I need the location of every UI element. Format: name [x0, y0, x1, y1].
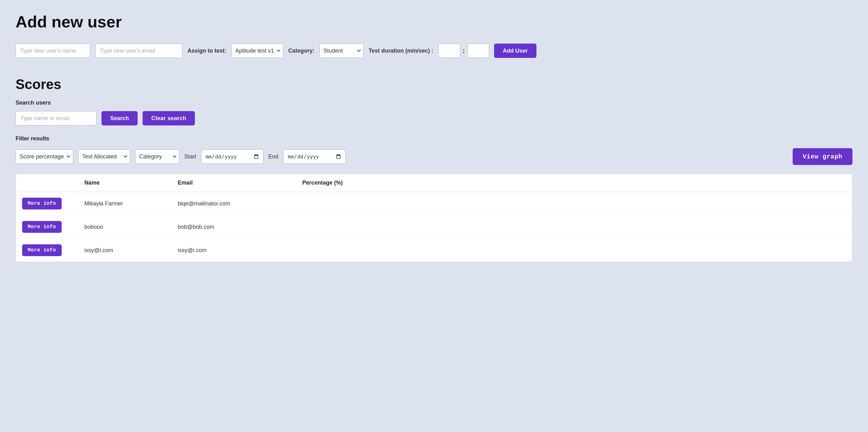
colon-separator: :: [463, 47, 465, 55]
user-name: issy@i.com: [78, 239, 172, 262]
category-label: Category:: [288, 48, 314, 54]
user-name: Mikayla Farmer: [78, 192, 172, 215]
user-percentage: [296, 192, 852, 215]
user-percentage: [296, 239, 852, 262]
scores-table: Name Email Percentage (%) More infoMikay…: [16, 174, 852, 262]
col-header-name: Name: [78, 174, 172, 192]
scores-title: Scores: [16, 76, 852, 92]
more-info-button[interactable]: More info: [22, 244, 62, 256]
score-filter-select[interactable]: Score percentage Total score: [16, 149, 73, 164]
assign-test-select[interactable]: Aptitude test v1 Aptitude test v2: [231, 43, 283, 58]
search-button[interactable]: Search: [101, 111, 137, 125]
table-header-row: Name Email Percentage (%): [16, 174, 852, 192]
end-label: End: [268, 153, 278, 160]
filter-results-label: Filter results: [16, 135, 852, 142]
more-info-button[interactable]: More info: [22, 198, 62, 210]
table-row: More infoissy@i.comissy@i.com: [16, 239, 852, 262]
col-header-percentage: Percentage (%): [296, 174, 852, 192]
start-date-input[interactable]: [201, 149, 264, 164]
table-row: More infobobooobob@bob.com: [16, 215, 852, 239]
search-users-label: Search users: [16, 100, 852, 106]
email-input[interactable]: [95, 43, 182, 58]
page-title: Add new user: [16, 12, 852, 31]
table-body: More infoMikayla Farmerbiqe@mailinator.c…: [16, 192, 852, 262]
category-select[interactable]: Student Professional Other: [319, 43, 364, 58]
duration-sec-input[interactable]: 00: [467, 43, 489, 58]
assign-label: Assign to test:: [187, 48, 226, 54]
user-email: bob@bob.com: [172, 215, 296, 239]
username-input[interactable]: [16, 43, 90, 58]
col-header-actions: [16, 174, 78, 192]
more-info-button[interactable]: More info: [22, 221, 62, 233]
scores-table-container: Name Email Percentage (%) More infoMikay…: [16, 174, 852, 262]
search-input[interactable]: [16, 111, 96, 125]
add-user-form: Assign to test: Aptitude test v1 Aptitud…: [16, 43, 852, 58]
user-email: biqe@mailinator.com: [172, 192, 296, 215]
end-date-input[interactable]: [283, 149, 346, 164]
view-graph-button[interactable]: View graph: [793, 148, 852, 165]
add-user-button[interactable]: Add User: [494, 43, 536, 58]
duration-group: 30 : 00: [438, 43, 489, 58]
clear-search-button[interactable]: Clear search: [143, 111, 195, 125]
filter-row: Score percentage Total score Test Alloca…: [16, 148, 852, 165]
category-filter-select[interactable]: Category Student Professional: [135, 149, 179, 164]
test-allocated-select[interactable]: Test Allocated Aptitude test v1: [78, 149, 130, 164]
start-label: Start: [184, 153, 196, 160]
duration-min-input[interactable]: 30: [438, 43, 460, 58]
search-row: Search Clear search: [16, 111, 852, 125]
table-row: More infoMikayla Farmerbiqe@mailinator.c…: [16, 192, 852, 215]
user-email: issy@i.com: [172, 239, 296, 262]
user-name: bobooo: [78, 215, 172, 239]
scores-section: Scores Search users Search Clear search …: [16, 76, 852, 262]
col-header-email: Email: [172, 174, 296, 192]
duration-label: Test duration (min/sec) :: [369, 48, 433, 54]
user-percentage: [296, 215, 852, 239]
